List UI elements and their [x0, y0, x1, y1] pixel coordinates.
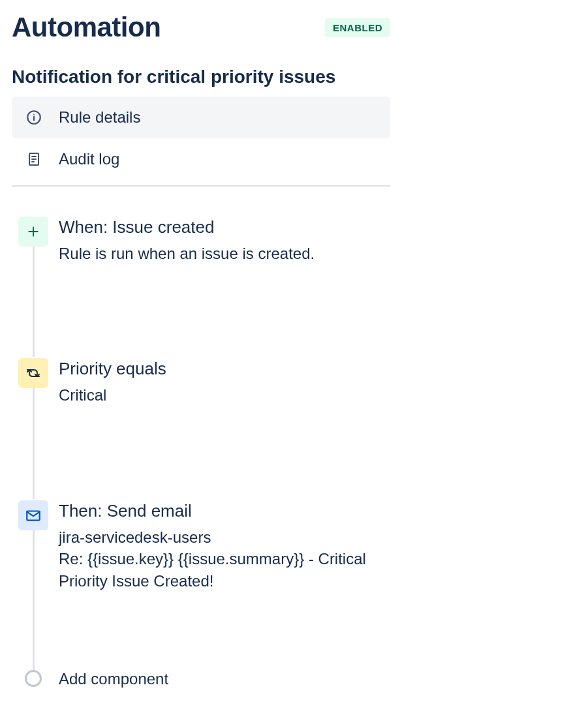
nav-audit-log[interactable]: Audit log — [12, 138, 390, 180]
step-title[interactable]: Then: Send email — [59, 500, 390, 523]
step-desc-line: jira-servicedesk-users — [59, 526, 390, 549]
empty-circle-icon — [25, 670, 42, 687]
rule-name: Notification for critical priority issue… — [12, 67, 390, 87]
info-icon — [25, 108, 43, 127]
step-desc: Rule is run when an issue is created. — [59, 243, 390, 265]
status-badge: ENABLED — [325, 18, 390, 37]
rule-chain: When: Issue created Rule is run when an … — [12, 217, 390, 688]
add-component-button[interactable]: Add component — [18, 670, 390, 688]
rule-nav: Rule details Audit log — [12, 97, 390, 187]
step-desc: Critical — [59, 384, 390, 406]
step-desc-line: Re: {{issue.key}} {{issue.summary}} - Cr… — [59, 548, 390, 592]
svg-point-2 — [33, 114, 35, 115]
chain-connector — [33, 247, 35, 357]
chain-connector — [33, 530, 35, 672]
document-icon — [25, 150, 43, 168]
branch-icon — [18, 358, 48, 388]
email-icon — [18, 500, 48, 530]
rule-step-action[interactable]: Then: Send email jira-servicedesk-users … — [18, 500, 390, 671]
nav-rule-details[interactable]: Rule details — [12, 97, 390, 138]
rule-step-condition[interactable]: Priority equals Critical — [18, 358, 390, 497]
rule-step-trigger[interactable]: When: Issue created Rule is run when an … — [18, 217, 390, 356]
nav-item-label: Audit log — [59, 150, 119, 168]
page-header: Automation ENABLED — [12, 12, 390, 43]
plus-icon — [18, 217, 48, 247]
step-title[interactable]: When: Issue created — [59, 217, 390, 239]
chain-connector — [33, 388, 35, 498]
step-title[interactable]: Priority equals — [59, 358, 390, 380]
nav-item-label: Rule details — [59, 108, 140, 127]
add-component-label: Add component — [59, 670, 168, 688]
page-title: Automation — [12, 12, 161, 43]
